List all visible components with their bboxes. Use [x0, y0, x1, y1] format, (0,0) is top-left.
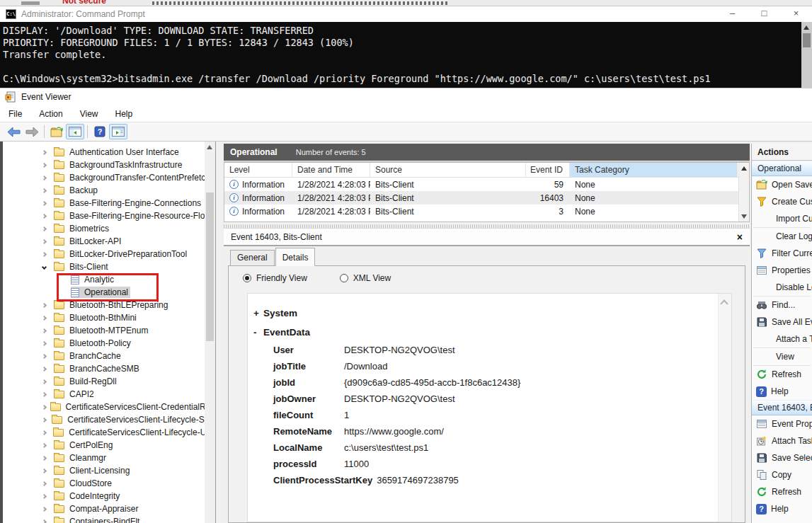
chevron-right-icon[interactable]	[42, 251, 47, 256]
friendly-view-radio[interactable]: Friendly View	[243, 273, 307, 283]
tree-item[interactable]: CodeIntegrity	[3, 490, 215, 502]
chevron-right-icon[interactable]	[42, 353, 47, 358]
chevron-right-icon[interactable]	[42, 315, 47, 320]
tree-item[interactable]: Build-RegDll	[3, 375, 215, 388]
action-refresh[interactable]: Refresh	[752, 366, 812, 383]
chevron-right-icon[interactable]	[42, 200, 47, 205]
scroll-down-icon[interactable]	[741, 214, 747, 219]
tree-item-bits-client[interactable]: Bits-Client	[3, 260, 215, 273]
action-disable-log[interactable]: Disable Log	[752, 279, 812, 296]
close-icon[interactable]: ×	[737, 231, 743, 243]
chevron-right-icon[interactable]	[42, 430, 47, 435]
chevron-right-icon[interactable]	[42, 519, 47, 523]
action-copy[interactable]: Copy	[752, 466, 812, 483]
table-scrollbar[interactable]	[738, 163, 749, 222]
table-row[interactable]: iInformation 1/28/2021 4:28:03 PM Bits-C…	[224, 178, 749, 191]
table-row[interactable]: iInformation 1/28/2021 4:28:03 PM Bits-C…	[224, 205, 749, 218]
tree-item[interactable]: Client-Licensing	[3, 464, 215, 477]
close-button[interactable]: ×	[780, 6, 812, 22]
action-import-custom-view[interactable]: Import Custom View...	[752, 210, 812, 227]
chevron-right-icon[interactable]	[42, 328, 47, 333]
eventdata-node[interactable]: - EventData	[253, 323, 710, 342]
action-properties[interactable]: Properties	[752, 262, 812, 279]
friendly-view-scrollbar[interactable]	[718, 294, 731, 522]
chevron-down-icon[interactable]	[42, 264, 47, 269]
tree-item[interactable]: CAPI2	[3, 388, 215, 401]
chevron-right-icon[interactable]	[42, 391, 47, 396]
chevron-right-icon[interactable]	[42, 175, 47, 180]
scrollbar-thumb[interactable]	[206, 192, 214, 341]
action-open-saved-log[interactable]: Open Saved Log...	[752, 176, 812, 193]
table-row-selected[interactable]: iInformation 1/28/2021 4:28:03 PM Bits-C…	[224, 191, 749, 205]
chevron-right-icon[interactable]	[42, 481, 47, 485]
tree-item[interactable]: CertificateServicesClient-CredentialRoa	[3, 401, 215, 413]
chevron-right-icon[interactable]	[42, 417, 47, 422]
scroll-up-icon[interactable]	[741, 166, 747, 171]
tree-item[interactable]: Biometrics	[3, 222, 215, 235]
tab-details[interactable]: Details	[275, 248, 316, 266]
tree-item[interactable]: CertificateServicesClient-Lifecycle-Syst	[3, 413, 215, 426]
chevron-right-icon[interactable]	[42, 455, 47, 460]
action-find[interactable]: Find...	[752, 297, 812, 314]
tree-item[interactable]: Backup	[3, 184, 215, 197]
chevron-right-icon[interactable]	[42, 302, 47, 307]
tree-item[interactable]: Bluetooth-BthMini	[3, 311, 215, 324]
scroll-up-icon[interactable]	[207, 145, 212, 149]
back-button[interactable]	[4, 124, 23, 139]
tree-item[interactable]: Base-Filtering-Engine-Resource-Flows	[3, 209, 215, 222]
action-attach-task-to-event[interactable]: Attach Task To This Event...	[752, 432, 812, 449]
radio-unselected-icon[interactable]	[340, 274, 348, 282]
tree-item[interactable]: BranchCache	[3, 350, 215, 362]
chevron-right-icon[interactable]	[42, 379, 47, 384]
chevron-right-icon[interactable]	[42, 506, 47, 511]
scrollbar-thumb[interactable]	[803, 33, 811, 47]
actions-section-event[interactable]: Event 16403, Bits-Client	[752, 400, 812, 415]
tree-item[interactable]: Compat-Appraiser	[3, 502, 215, 515]
chevron-right-icon[interactable]	[42, 493, 47, 498]
action-clear-log[interactable]: Clear Log...	[752, 228, 812, 245]
action-refresh-event[interactable]: Refresh	[752, 483, 812, 500]
chevron-right-icon[interactable]	[42, 442, 47, 447]
column-header-level[interactable]: Level	[224, 163, 292, 177]
action-filter-current-log[interactable]: Filter Current Log...	[752, 245, 812, 262]
column-header-task-category[interactable]: Task Category	[570, 163, 738, 177]
show-hide-console-tree-button[interactable]	[66, 124, 84, 139]
action-attach-task-to-log[interactable]: Attach a Task To this Log...	[752, 331, 812, 347]
action-event-properties[interactable]: Event Properties	[752, 415, 812, 432]
chevron-right-icon[interactable]	[42, 149, 47, 154]
xml-view-radio[interactable]: XML View	[340, 273, 391, 283]
tree-scrollbar[interactable]	[205, 142, 215, 523]
help-button[interactable]: ?	[91, 124, 109, 139]
column-header-source[interactable]: Source	[370, 163, 526, 177]
chevron-right-icon[interactable]	[42, 366, 47, 371]
tree-item[interactable]: Base-Filtering-Engine-Connections	[3, 197, 215, 209]
tree-item[interactable]: BackgroundTaskInfrastructure	[3, 159, 215, 171]
chevron-right-icon[interactable]	[42, 226, 47, 231]
system-node[interactable]: + System	[253, 304, 710, 323]
menu-action[interactable]: Action	[30, 109, 71, 119]
event-viewer-titlebar[interactable]: Event Viewer	[0, 88, 812, 105]
action-view-menu[interactable]: View	[752, 348, 812, 365]
chevron-right-icon[interactable]	[42, 213, 47, 218]
tree-item[interactable]: Bluetooth-Policy	[3, 337, 215, 350]
chevron-right-icon[interactable]	[42, 162, 47, 167]
tree-item[interactable]: CertPolEng	[3, 439, 215, 452]
column-header-event-id[interactable]: Event ID	[526, 163, 570, 177]
scroll-up-icon[interactable]	[720, 299, 728, 307]
chevron-right-icon[interactable]	[42, 340, 47, 345]
cmd-titlebar[interactable]: C:\ Administrator: Command Prompt – □ ×	[0, 6, 812, 22]
tree-item[interactable]: Containers-BindFlt	[3, 515, 215, 523]
tree-item[interactable]: Cleanmgr	[3, 452, 215, 464]
maximize-button[interactable]: □	[748, 6, 780, 22]
forward-button[interactable]	[23, 124, 41, 139]
tree-item[interactable]: BitLocker-DrivePreparationTool	[3, 248, 215, 260]
collapse-icon[interactable]: -	[253, 327, 263, 338]
action-save-all-events[interactable]: Save All Events As...	[752, 314, 812, 331]
minimize-button[interactable]: –	[716, 6, 748, 22]
menu-help[interactable]: Help	[107, 109, 142, 119]
tree-item[interactable]: BackgroundTransfer-ContentPrefetche	[3, 171, 215, 184]
chevron-right-icon[interactable]	[42, 238, 47, 243]
action-help[interactable]: ? Help	[752, 383, 812, 400]
tab-general[interactable]: General	[230, 250, 275, 266]
scroll-up-icon[interactable]	[804, 25, 809, 30]
